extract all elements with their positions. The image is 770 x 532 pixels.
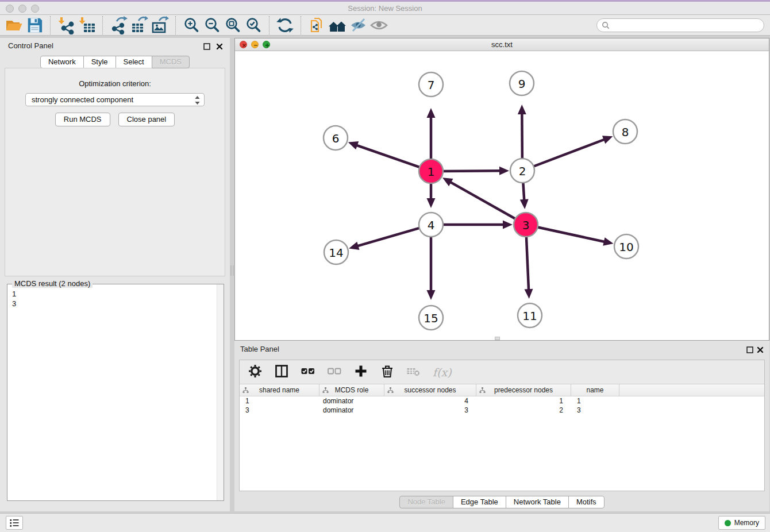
column-header-mcds-role[interactable]: MCDS role [319, 384, 384, 396]
column-header-name[interactable]: name [571, 384, 619, 396]
cell-mcds-role[interactable]: dominator [319, 396, 384, 406]
graph-edge[interactable] [450, 182, 516, 219]
table-panel-title: Table Panel [240, 345, 279, 353]
table-row[interactable]: 1 dominator 4 1 1 [240, 396, 764, 406]
graph-node-label: 11 [522, 309, 537, 323]
search-input[interactable] [596, 18, 764, 32]
memory-button[interactable]: Memory [718, 516, 765, 530]
refresh-icon[interactable] [275, 16, 295, 34]
canvas-resize-handle[interactable] [495, 337, 500, 340]
hide-selected-icon[interactable] [348, 16, 368, 34]
network-window-titlebar[interactable]: scc.txt [235, 38, 769, 51]
cell-predecessor-nodes[interactable]: 1 [476, 396, 571, 406]
add-row-icon[interactable] [353, 364, 368, 381]
cell-successor-nodes[interactable]: 4 [384, 396, 476, 406]
graph[interactable]: 1234678910111415 [235, 52, 769, 341]
graph-edge-arrowhead [427, 290, 436, 300]
graph-node-label: 15 [424, 311, 438, 325]
graph-edge-arrowhead [427, 198, 436, 208]
zoom-in-icon[interactable] [181, 16, 202, 34]
table-row[interactable]: 3 dominator 3 2 3 [240, 406, 764, 415]
graph-edge[interactable] [526, 236, 529, 290]
function-builder-icon: f(x) [433, 366, 452, 379]
export-network-icon[interactable] [108, 16, 129, 34]
run-mcds-button[interactable]: Run MCDS [55, 113, 110, 126]
optimization-criterion-select[interactable]: strongly connected component [25, 93, 205, 106]
cell-successor-nodes[interactable]: 3 [384, 406, 476, 415]
import-table-icon[interactable] [76, 16, 97, 34]
mcds-result-legend: MCDS result (2 nodes) [12, 279, 93, 288]
table-toolbar: f(x) [240, 360, 764, 384]
memory-status-icon [725, 520, 731, 526]
column-header-predecessor-nodes[interactable]: predecessor nodes [476, 384, 571, 396]
export-table-icon[interactable] [129, 16, 149, 34]
graph-edge[interactable] [523, 182, 524, 201]
mcds-result-line: 1 [12, 289, 219, 299]
task-history-button[interactable] [6, 516, 23, 530]
tab-mcds[interactable]: MCDS [152, 56, 190, 68]
tab-network[interactable]: Network [40, 56, 84, 68]
table-column-headers: shared name MCDS role successor nodes pr… [240, 384, 764, 396]
graph-edge[interactable] [537, 227, 605, 242]
search-field-wrap [596, 18, 764, 32]
network-file-icon[interactable] [306, 16, 327, 34]
tab-edge-table[interactable]: Edge Table [453, 496, 506, 508]
main-toolbar [0, 15, 770, 36]
graph-edge[interactable] [533, 139, 605, 167]
graph-edge[interactable] [522, 113, 522, 160]
result-scrollbar[interactable] [217, 284, 224, 500]
graph-edge[interactable] [442, 171, 500, 171]
tab-node-table[interactable]: Node Table [399, 496, 453, 508]
column-header-shared-name[interactable]: shared name [240, 384, 319, 396]
show-columns-icon[interactable] [274, 364, 289, 381]
toolbar-divider [301, 16, 301, 34]
cell-name[interactable]: 3 [571, 406, 619, 415]
show-all-icon[interactable] [368, 16, 389, 34]
graph-node-label: 1 [428, 165, 435, 179]
import-network-icon[interactable] [56, 16, 76, 34]
tab-select[interactable]: Select [116, 56, 152, 68]
mcds-result-box: MCDS result (2 nodes) 1 3 [7, 284, 224, 501]
cell-mcds-role[interactable]: dominator [319, 406, 384, 415]
home-icon[interactable] [327, 16, 348, 34]
close-table-panel-icon[interactable] [757, 345, 764, 352]
zoom-out-icon[interactable] [202, 16, 222, 34]
tab-network-table[interactable]: Network Table [506, 496, 569, 508]
cell-shared-name[interactable]: 1 [240, 396, 319, 406]
select-all-icon[interactable] [301, 364, 315, 381]
cell-predecessor-nodes[interactable]: 2 [476, 406, 571, 415]
network-view-window: scc.txt 1234678910111415 [234, 38, 769, 341]
export-image-icon[interactable] [149, 16, 170, 34]
close-panel-icon[interactable] [216, 42, 223, 49]
cell-shared-name[interactable]: 3 [240, 406, 319, 415]
select-stepper-icon [195, 96, 200, 106]
tab-motifs[interactable]: Motifs [568, 496, 605, 508]
graph-edge-arrowhead [520, 199, 529, 209]
close-panel-button[interactable]: Close panel [118, 113, 175, 126]
search-icon [602, 21, 610, 32]
table-settings-icon[interactable] [248, 364, 263, 381]
control-panel-tabs: Network Style Select MCDS [0, 56, 230, 68]
network-canvas[interactable]: 1234678910111415 [235, 52, 769, 340]
cell-name[interactable]: 1 [571, 396, 619, 406]
memory-label: Memory [734, 519, 759, 527]
zoom-fit-icon[interactable] [222, 16, 243, 34]
graph-edge[interactable] [356, 145, 421, 168]
deselect-all-icon[interactable] [327, 364, 342, 381]
tab-style[interactable]: Style [83, 56, 116, 68]
float-panel-icon[interactable] [203, 42, 210, 49]
float-table-panel-icon[interactable] [746, 345, 753, 352]
node-table: f(x) shared name MCDS role successor nod… [239, 360, 765, 491]
zoom-selected-icon[interactable] [243, 16, 264, 34]
save-icon[interactable] [24, 16, 45, 34]
os-titlebar: Session: New Session [0, 0, 770, 15]
toolbar-divider [102, 16, 103, 34]
open-file-icon[interactable] [3, 16, 24, 34]
column-header-successor-nodes[interactable]: successor nodes [384, 384, 476, 396]
delete-row-icon[interactable] [380, 364, 395, 381]
graph-edge[interactable] [357, 228, 420, 246]
graph-node-label: 3 [522, 218, 530, 232]
toolbar-divider [50, 16, 51, 34]
graph-edge-arrowhead [603, 237, 613, 246]
split-divider-handle[interactable] [230, 265, 234, 276]
